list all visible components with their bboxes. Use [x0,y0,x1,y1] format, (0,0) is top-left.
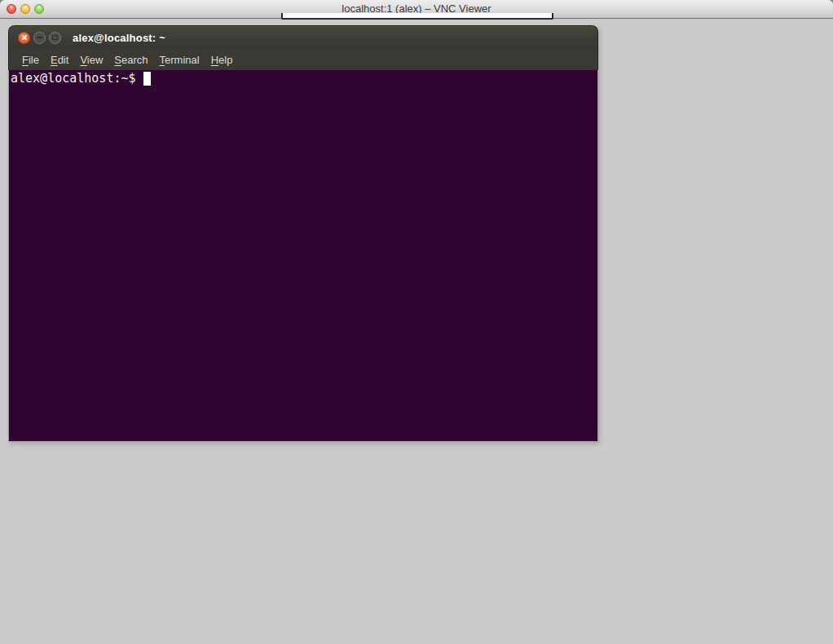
menu-view[interactable]: View [74,51,108,68]
zoom-window-icon[interactable] [34,4,44,14]
close-window-icon[interactable] [7,4,16,14]
menu-edit[interactable]: Edit [45,51,74,68]
menu-help[interactable]: Help [205,51,239,68]
terminal-window: alex@localhost: ~ File Edit View Search … [8,25,598,442]
vnc-toolbar-handle[interactable] [281,13,553,20]
terminal-menubar: File Edit View Search Terminal Help [8,49,598,70]
menu-terminal[interactable]: Terminal [154,51,205,68]
minimize-window-icon[interactable] [20,4,30,14]
menu-file[interactable]: File [16,51,45,68]
prompt-line: alex@localhost:~$ [11,71,597,86]
terminal-minimize-button[interactable] [33,32,46,44]
maximize-icon [52,35,58,40]
terminal-maximize-button[interactable] [49,32,61,44]
traffic-lights [7,4,44,14]
terminal-titlebar[interactable]: alex@localhost: ~ [8,25,598,49]
vnc-viewer-window: localhost:1 (alex) – VNC Viewer alex@loc… [0,0,833,644]
minimize-icon [37,37,42,38]
shell-prompt: alex@localhost:~$ [11,71,143,86]
terminal-title: alex@localhost: ~ [73,32,165,44]
terminal-close-button[interactable] [18,32,30,44]
terminal-cursor [143,72,151,86]
menu-search[interactable]: Search [108,51,153,68]
terminal-screen[interactable]: alex@localhost:~$ [8,70,598,442]
terminal-window-buttons [18,32,61,44]
